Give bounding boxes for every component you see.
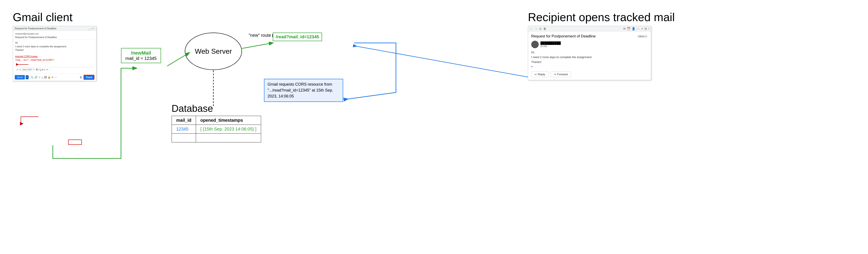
rec-body-hi: Hi, bbox=[531, 50, 648, 55]
list-ul-icon[interactable]: ⋮ bbox=[49, 68, 51, 71]
gmail-body-text[interactable]: Hi, I need 2 more days to complete the a… bbox=[15, 41, 94, 52]
new-mail-box: /newMail mail_id = 12345 bbox=[121, 48, 161, 63]
strikethrough-icon[interactable]: A bbox=[42, 68, 43, 71]
close-icon[interactable]: ! bbox=[648, 27, 649, 30]
menu-icon[interactable]: ⋯ bbox=[637, 27, 640, 30]
gmail-titlebar: Request for Postponement of Deadline _ □… bbox=[13, 26, 96, 31]
col-mail-id: mail_id bbox=[172, 116, 196, 125]
attach-icon[interactable]: 📎 bbox=[30, 76, 34, 79]
recipient-email-meta: ██████████ to me bbox=[531, 41, 648, 48]
external-icon[interactable]: ↗ bbox=[641, 27, 643, 30]
forward-icon[interactable]: → bbox=[534, 27, 537, 30]
forward-button[interactable]: ↪ Forward bbox=[551, 71, 571, 77]
back-icon[interactable]: ← bbox=[530, 27, 533, 30]
italic-icon[interactable]: I bbox=[38, 68, 39, 71]
cors-request-box: Gmail requests CORS resource from ".../r… bbox=[264, 79, 343, 102]
attachment-icons[interactable]: 📎 🔗 ☺ △ 🖼 🔒 ✒ ⋯ bbox=[30, 76, 57, 79]
body-thanks: Thanks! bbox=[15, 48, 94, 52]
gmail-bottombar[interactable]: Send ▾ 📎 🔗 ☺ △ 🖼 🔒 ✒ ⋯ 🗑 Track bbox=[13, 74, 96, 81]
reply-label: Reply bbox=[538, 73, 545, 76]
gmail-compose-body: recipient@example.com Request for Postpo… bbox=[13, 31, 96, 74]
bold-icon[interactable]: B bbox=[36, 68, 38, 71]
recipient-meta-text: ██████████ to me bbox=[540, 41, 561, 48]
recipient-titlebar: ← → ⊙ 🗑 ✉ ⏰ 👤 ⋯ ↗ ⊟ ! bbox=[528, 26, 651, 31]
recipient-email-subject: Request for Postponement of Deadline bbox=[531, 34, 596, 38]
track-button-highlight bbox=[68, 140, 82, 145]
database-table: mail_id opened_timestamps 12345 [ {15th … bbox=[172, 116, 261, 142]
injected-cors-code: injected CORS image: <img ... src=".../r… bbox=[15, 55, 94, 62]
emoji-icon[interactable]: ☺ bbox=[38, 76, 41, 79]
db-timestamp-2 bbox=[196, 134, 261, 142]
split-icon[interactable]: ⊟ bbox=[645, 27, 647, 30]
table-row bbox=[172, 134, 261, 142]
recipient-action-buttons[interactable]: ↩ Reply ↪ Forward bbox=[531, 71, 648, 77]
recipient-email-content: Hi, I need 2 more days to complete the a… bbox=[531, 50, 648, 64]
col-timestamps: opened_timestamps bbox=[196, 116, 261, 125]
web-server-container: Web Server bbox=[185, 33, 242, 70]
lock-icon[interactable]: 🔒 bbox=[48, 76, 51, 79]
font-selector[interactable]: Sans Serif bbox=[21, 68, 33, 71]
clock-icon[interactable]: ⏰ bbox=[627, 27, 630, 30]
db-timestamp-1: [ {15th Sep. 2023 14:06:05} ] bbox=[196, 125, 261, 134]
new-mail-route: /newMail bbox=[125, 50, 157, 56]
recipient-email-body: Request for Postponement of Deadline Inb… bbox=[528, 31, 651, 80]
home-icon[interactable]: ⊙ bbox=[539, 27, 541, 30]
gmail-subject-field[interactable]: Request for Postponement of Deadline bbox=[15, 36, 94, 39]
track-button[interactable]: Track bbox=[84, 75, 94, 80]
trash-icon[interactable]: 🗑 bbox=[543, 27, 546, 30]
to-me-label: to me bbox=[540, 45, 561, 48]
database-label: Database bbox=[172, 103, 261, 114]
gmail-compose-window: Request for Postponement of Deadline _ □… bbox=[13, 26, 96, 81]
forward-icon: ↪ bbox=[554, 73, 556, 76]
database-container: Database mail_id opened_timestamps 12345… bbox=[172, 103, 261, 142]
send-button[interactable]: Send bbox=[15, 75, 25, 80]
envelope-icon[interactable]: ✉ bbox=[623, 27, 626, 30]
close-icon[interactable]: × bbox=[93, 27, 94, 30]
gmail-window-title: Request for Postponement of Deadline bbox=[15, 27, 57, 30]
font-size-icon[interactable]: T↕ bbox=[33, 68, 36, 70]
blue-dot-indicator: • bbox=[531, 64, 648, 69]
drive-icon[interactable]: △ bbox=[41, 76, 43, 79]
gmail-formatting-toolbar[interactable]: ↩ ↪ Sans Serif T↕ B I U A ≡ ≔ ⋮ bbox=[15, 67, 94, 72]
rec-body-thanks: Thanks! bbox=[531, 60, 648, 64]
red-arrow-area bbox=[15, 63, 94, 66]
recipient-subject-bar: Request for Postponement of Deadline Inb… bbox=[531, 34, 648, 38]
web-server-label: Web Server bbox=[195, 47, 232, 55]
new-route-label: "new" route ▶ bbox=[249, 33, 276, 38]
injected-label: injected CORS image: bbox=[15, 55, 38, 58]
inbox-badge: Inbox × bbox=[637, 35, 648, 38]
maximize-icon[interactable]: □ bbox=[91, 27, 92, 30]
browser-nav-icons[interactable]: ← → ⊙ 🗑 bbox=[530, 27, 546, 30]
body-line2: I need 2 more days to complete the assig… bbox=[15, 45, 94, 49]
send-dropdown-button[interactable]: ▾ bbox=[26, 75, 29, 79]
undo-icon[interactable]: ↩ bbox=[17, 68, 18, 71]
gmail-to-field[interactable]: recipient@example.com bbox=[15, 33, 94, 35]
arrows-overlay bbox=[0, 0, 868, 254]
photo-icon[interactable]: 🖼 bbox=[44, 76, 47, 79]
signature-icon[interactable]: ✒ bbox=[52, 76, 54, 79]
list-ol-icon[interactable]: ≔ bbox=[46, 68, 48, 71]
new-mail-id: mail_id = 12345 bbox=[125, 56, 157, 61]
db-mail-id-2 bbox=[172, 134, 196, 142]
db-mail-id-1: 12345 bbox=[172, 125, 196, 134]
discard-icon[interactable]: 🗑 bbox=[80, 76, 82, 79]
link-icon[interactable]: 🔗 bbox=[34, 76, 38, 79]
contacts-icon[interactable]: 👤 bbox=[632, 27, 635, 30]
minimize-icon[interactable]: _ bbox=[88, 27, 90, 30]
body-hi: Hi, bbox=[15, 41, 94, 45]
table-row: 12345 [ {15th Sep. 2023 14:06:05} ] bbox=[172, 125, 261, 134]
injected-code-line1: <img ... src=".../read?mail_id=12345"> bbox=[15, 59, 54, 61]
underline-icon[interactable]: U bbox=[40, 68, 41, 71]
reply-icon: ↩ bbox=[534, 73, 537, 76]
reply-button[interactable]: ↩ Reply bbox=[531, 71, 548, 77]
redo-icon[interactable]: ↪ bbox=[19, 68, 21, 71]
more-icon[interactable]: ⋯ bbox=[54, 76, 57, 79]
recipient-email-window: ← → ⊙ 🗑 ✉ ⏰ 👤 ⋯ ↗ ⊟ ! Request for Postpo… bbox=[528, 26, 651, 80]
gmail-action-icons[interactable]: ✉ ⏰ 👤 ⋯ ↗ ⊟ ! bbox=[623, 27, 649, 30]
gmail-client-label: Gmail client bbox=[13, 10, 72, 24]
align-icon[interactable]: ≡ bbox=[44, 68, 45, 71]
web-server-ellipse: Web Server bbox=[185, 33, 242, 70]
gmail-window-controls[interactable]: _ □ × bbox=[88, 27, 94, 30]
recipient-section-label: Recipient opens tracked mail bbox=[528, 10, 675, 24]
forward-label: Forward bbox=[557, 73, 568, 76]
